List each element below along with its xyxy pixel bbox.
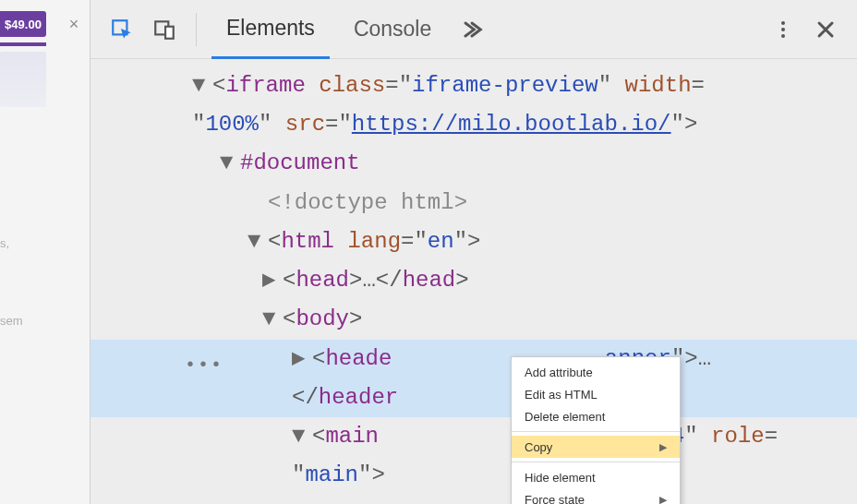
submenu-arrow-icon: ▶ (659, 441, 667, 453)
ctx-label: Force state (525, 493, 585, 505)
expand-arrow-icon[interactable]: ▼ (192, 66, 212, 105)
ctx-copy[interactable]: Copy ▶ (512, 436, 680, 458)
ctx-label: Edit as HTML (525, 388, 597, 402)
background-text-2: sem (0, 314, 23, 328)
toolbar-divider (196, 13, 197, 46)
ctx-edit-as-html[interactable]: Edit as HTML (512, 383, 680, 405)
ctx-separator (512, 462, 680, 462)
ctx-label: Add attribute (525, 366, 593, 379)
ctx-add-attribute[interactable]: Add attribute (512, 361, 680, 383)
tab-elements[interactable]: Elements (211, 0, 330, 59)
svg-point-5 (781, 34, 785, 38)
kebab-menu-icon[interactable] (766, 13, 800, 46)
devtools-toolbar: Elements Console (91, 0, 857, 59)
dom-tree[interactable]: ▼<iframe class="iframe-preview" width= "… (91, 59, 857, 504)
page-left-strip: $49.00 × s, sem (0, 0, 91, 504)
dom-node-iframe-line2[interactable]: "100%" src="https://milo.bootlab.io/"> (91, 105, 857, 144)
expand-arrow-icon[interactable]: ▼ (292, 417, 312, 456)
dom-node-document[interactable]: ▼#document (91, 144, 857, 183)
expand-arrow-icon[interactable]: ▼ (262, 300, 283, 339)
ctx-force-state[interactable]: Force state ▶ (512, 488, 680, 504)
ctx-delete-element[interactable]: Delete element (512, 405, 680, 427)
tab-console[interactable]: Console (339, 0, 446, 59)
ctx-label: Hide element (525, 471, 596, 485)
inspect-element-icon[interactable] (105, 13, 139, 46)
devtools-panel: Elements Console ▼<iframe class="iframe-… (91, 0, 857, 504)
background-text-1: s, (0, 236, 9, 250)
dom-node-html[interactable]: ▼<html lang="en"> (91, 222, 857, 261)
badge-close-button[interactable]: × (65, 11, 83, 37)
ctx-label: Delete element (525, 410, 605, 424)
dom-node-header-close[interactable]: </header (91, 378, 857, 417)
iframe-src-link[interactable]: https://milo.bootlab.io/ (352, 112, 671, 137)
dom-node-head[interactable]: ▶<head>…</head> (91, 261, 857, 300)
blurred-panel (0, 52, 46, 107)
svg-rect-2 (165, 26, 174, 38)
selected-row-actions-icon[interactable]: ••• (185, 349, 223, 381)
price-badge: $49.00 (0, 11, 46, 37)
dom-node-iframe[interactable]: ▼<iframe class="iframe-preview" width= (91, 66, 857, 105)
close-devtools-icon[interactable] (809, 13, 842, 46)
badge-underline (0, 42, 46, 46)
ctx-hide-element[interactable]: Hide element (512, 466, 680, 488)
collapse-arrow-icon[interactable]: ▶ (262, 261, 283, 300)
device-toggle-icon[interactable] (148, 13, 181, 46)
submenu-arrow-icon: ▶ (659, 494, 667, 505)
dom-node-main-line2[interactable]: "main"> (91, 456, 857, 495)
dom-node-body[interactable]: ▼<body> (91, 300, 857, 339)
dom-node-main[interactable]: ▼<main in pt-4" role= (91, 417, 857, 456)
expand-arrow-icon[interactable]: ▼ (247, 222, 268, 261)
ctx-label: Copy (525, 440, 552, 454)
more-tabs-icon[interactable] (455, 13, 489, 46)
dom-node-doctype[interactable]: <!doctype html> (91, 184, 857, 222)
context-menu: Add attribute Edit as HTML Delete elemen… (511, 356, 681, 504)
expand-arrow-icon[interactable]: ▼ (220, 144, 240, 183)
svg-point-3 (781, 21, 785, 25)
collapse-arrow-icon[interactable]: ▶ (292, 340, 312, 378)
svg-point-4 (781, 28, 785, 31)
ctx-separator (512, 431, 680, 432)
